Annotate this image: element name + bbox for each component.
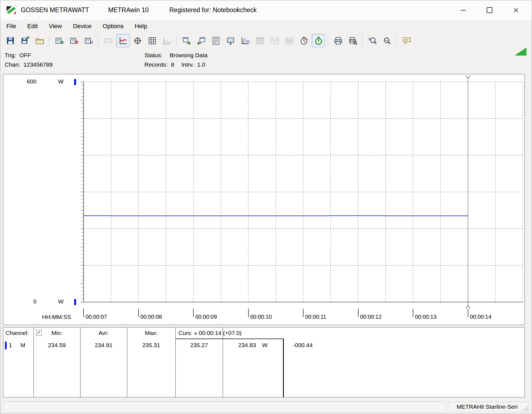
clear-device-memory-button[interactable] [67,34,81,47]
interval-timer-button[interactable] [312,34,325,47]
import-window-button[interactable] [194,34,208,47]
floppy-icon [6,36,15,45]
dense-wave-icon [285,36,294,45]
menu-device[interactable]: Device [69,21,96,31]
memory-card-read-icon: M [84,36,93,45]
trig-value: OFF [19,52,31,58]
column-divider [80,327,81,397]
data-table-button[interactable] [146,34,159,47]
printer-preview-icon [349,36,357,45]
header-avr: Avr: [80,330,127,336]
print-preview-button[interactable] [346,34,359,47]
chart-panel: 600 W 0 W HH:MM:SS 00:00:0700:00:0800:00… [3,74,525,325]
chan-label: Chan: [5,61,20,68]
trig-label: Trig: [5,52,16,58]
protocol-button[interactable] [209,34,222,47]
memory-card-export-icon [55,36,64,45]
brand-title: GOSSEN METRAWATT [21,6,89,14]
bar-graph-icon [163,36,171,45]
chart-plot[interactable] [3,74,525,325]
xy-chart-button[interactable] [131,34,144,47]
yt-chart-button[interactable] [116,34,129,47]
y-axis-max-label: 600 [19,78,37,85]
print-button[interactable] [331,34,345,47]
x-tick-label: 00:00:07 [85,314,107,320]
toolbar-separator [98,35,99,46]
wave-icon [270,36,279,45]
maximize-button[interactable] [476,0,503,20]
device-settings-button [253,34,266,47]
cell-delta: -000.44 [293,342,313,349]
save-button[interactable] [4,34,17,47]
menu-file[interactable]: File [2,21,20,31]
cursor-b-unit: W [262,342,268,348]
cell-channel-mode: M [20,342,25,349]
x-tick-mark [138,309,139,317]
zoom-reset-button[interactable] [380,34,394,47]
menu-edit[interactable]: Edit [23,21,42,31]
column-divider [223,327,223,397]
channel-axis-handle-top[interactable] [74,79,76,85]
svg-text:f: f [243,38,245,43]
toolbar: Mf(x)%M [0,33,532,49]
x-tick-label: 00:00:08 [141,314,162,320]
numeric-display-button [102,34,115,47]
gossen-metrawatt-logo-icon [6,4,17,15]
svg-text:(x): (x) [245,39,250,43]
x-tick-label: 00:00:13 [415,314,437,320]
memory-card-clear-icon [70,36,78,45]
crosshair-icon [133,36,142,45]
zoom-window-button[interactable]: M [366,34,379,47]
comment-icon [403,36,411,45]
formula-icon: f(x) [241,36,250,45]
statusbar-device-panel: METRAHit Starline-Seri [448,402,529,412]
folder-icon [35,36,44,45]
resize-grip[interactable] [522,405,528,411]
printer-icon [334,36,342,45]
cursor-b-value: 234.83 [238,342,256,348]
x-tick-label: 00:00:09 [195,314,217,320]
x-tick-mark [303,309,303,317]
menu-view[interactable]: View [44,21,66,31]
svg-text:%: % [305,37,308,40]
x-tick-mark [358,309,359,317]
cursor-header-underline [175,339,283,339]
metrawin-window: GOSSEN METRAWATT METRAwin 10 Registered … [0,0,532,414]
sample-rate-button [282,34,296,47]
svg-text:M: M [90,40,93,44]
open-button[interactable] [33,34,46,47]
status-value: Browsing Data [170,52,207,58]
monitor-button[interactable] [224,34,237,47]
zoom-m-icon: M [368,36,377,45]
header-max: Max: [127,330,175,336]
device-name: METRAHit Starline-Seri [456,403,518,410]
zoom-out-icon [383,36,391,45]
column-divider-thick [283,339,284,397]
window-import-icon [197,36,206,45]
annotation-button[interactable] [400,34,413,47]
menu-help[interactable]: Help [130,21,152,31]
close-icon [513,7,519,13]
close-button[interactable] [503,0,529,20]
duty-cycle-button[interactable]: % [297,34,310,47]
chan-value: 123456789 [24,61,53,68]
channel-axis-handle-bottom[interactable] [74,299,76,305]
save-export-button[interactable] [18,34,32,47]
cell-cursor-b: 234.83 W [223,342,283,349]
formula-button[interactable]: f(x) [238,34,252,47]
minimize-icon [461,10,466,11]
x-tick-mark [193,309,194,317]
read-device-memory-button[interactable]: M [82,34,95,47]
minimize-button[interactable] [450,0,476,20]
y-axis-min-label: 0 [19,298,37,305]
cell-avr: 234.91 [80,342,127,349]
export-window-button[interactable] [180,34,193,47]
header-channel: Channel: [6,330,29,336]
registration-text: Registered for: Notebookcheck [169,6,257,14]
interval-value: 1.0 [197,61,205,68]
send-to-device-button[interactable] [53,34,66,47]
menu-options[interactable]: Options [98,21,128,31]
multimeter-display-icon [104,36,113,45]
cell-max: 235.31 [127,342,175,349]
toolbar-separator [328,35,329,46]
